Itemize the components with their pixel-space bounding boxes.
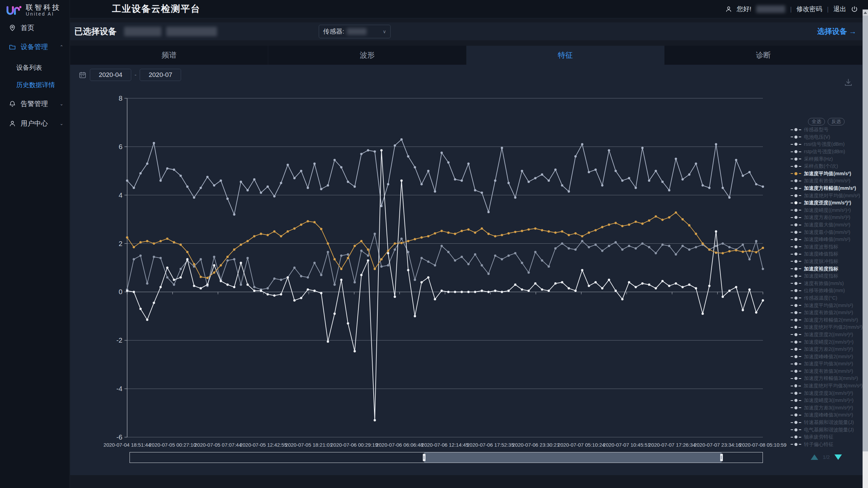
legend-marker-line [799, 217, 801, 218]
selected-device-label: 已选择设备 [74, 26, 117, 37]
svg-text:0: 0 [119, 288, 122, 296]
choose-device-link[interactable]: 选择设备 → [817, 26, 856, 37]
legend-item[interactable]: 采样点数(个/次) [791, 163, 863, 170]
legend-marker-line [799, 261, 801, 262]
user-icon [725, 6, 732, 13]
datazoom-right-handle[interactable] [720, 454, 723, 461]
legend-item[interactable]: 加速度脉冲指标 [791, 258, 863, 265]
sidebar-item-device-list[interactable]: 设备列表 [0, 61, 70, 75]
legend-item-label: 加速度方根幅值(mm/s²) [804, 185, 856, 191]
legend-item[interactable]: 加速度裕度指标 [791, 265, 863, 272]
legend-marker-line [791, 342, 793, 342]
legend-item[interactable]: 加速度歪度((mm/s²)³) [791, 199, 863, 207]
legend-item[interactable]: 加速度有效值3(mm/s²) [791, 368, 863, 375]
download-icon[interactable] [843, 77, 853, 89]
legend-item[interactable]: 加速度波形指标 [791, 243, 863, 251]
legend-item[interactable]: 加速度平均值2(mm/s²) [791, 302, 863, 309]
legend-item-label: 加速度峰峰值2(mm/s²) [804, 353, 853, 360]
legend-item[interactable]: 加速度峭度指标 [791, 272, 863, 280]
scrollbar-up-arrow[interactable] [863, 9, 868, 16]
legend-item[interactable]: 加速度方差2((mm/s²)²) [791, 346, 863, 353]
legend-marker-line [799, 444, 801, 445]
logo-icon [5, 3, 22, 17]
legend-marker-dot [794, 245, 797, 248]
legend-item[interactable]: 加速度方根幅值3(mm/s²) [791, 375, 863, 382]
legend-marker-dot [794, 435, 797, 439]
sidebar-item-user-center[interactable]: 用户中心 ⌄ [0, 117, 70, 130]
sidebar-item-history-data[interactable]: 历史数据详情 [0, 78, 70, 92]
svg-text:2020-07-06 00:29:19: 2020-07-06 00:29:19 [331, 442, 378, 448]
legend-item[interactable]: 加速度绝对平均值(mm/s²) [791, 192, 863, 199]
legend-marker-dot [794, 355, 797, 358]
legend-item[interactable]: 加速度歪度2((mm/s²)³) [791, 331, 863, 339]
legend-item-label: 加速度方根幅值2(mm/s²) [804, 317, 858, 323]
legend-item[interactable]: 加速度峭度((mm/s²)⁴) [791, 207, 863, 214]
legend-item[interactable]: 传感器型号 [791, 126, 863, 134]
sensor-select[interactable]: 传感器: ∨ [319, 25, 391, 38]
legend-item[interactable]: 加速度有效值(mm/s²) [791, 177, 863, 185]
legend-item[interactable]: 加速度峭度3((mm/s²)⁴) [791, 397, 863, 404]
legend-item[interactable]: 加速度平均值(mm/s²) [791, 170, 863, 178]
legend-item[interactable]: 传感器温度(°C) [791, 294, 863, 302]
legend-item[interactable]: 加速度峭度2((mm/s²)⁴) [791, 338, 863, 346]
datazoom-selection[interactable] [424, 452, 722, 463]
legend-marker-line [799, 407, 801, 408]
legend-item[interactable]: 速度有效值(mm/s) [791, 280, 863, 287]
legend-marker-line [799, 298, 801, 298]
sidebar-item-alarm-management[interactable]: 告警管理 ⌄ [0, 97, 70, 110]
legend-item[interactable]: 加速度峰峰值(mm/s²) [791, 236, 863, 243]
legend-item-label: 电气基频和谐波能量(J) [804, 427, 854, 433]
legend-item[interactable]: 加速度有效值2(mm/s²) [791, 309, 863, 317]
legend-item[interactable]: 转子偏心特征 [791, 441, 863, 447]
page-scrollbar[interactable] [863, 9, 868, 488]
legend-item-label: 加速度峰峰值3(mm/s²) [804, 412, 853, 418]
datazoom-slider[interactable] [130, 452, 763, 463]
tab-spectrum[interactable]: 频谱 [70, 46, 268, 65]
legend-marker-dot [794, 223, 797, 226]
legend-item[interactable]: 加速度最大值(mm/s²) [791, 221, 863, 229]
legend-item[interactable]: 加速度方差3((mm/s²)²) [791, 404, 863, 412]
power-icon[interactable] [851, 6, 858, 13]
legend-item[interactable]: 加速度方根幅值(mm/s²) [791, 185, 863, 192]
legend-item[interactable]: 转速基频和谐波能量(J) [791, 419, 863, 426]
tab-bar: 频谱 波形 特征 诊断 [70, 46, 863, 65]
legend-item[interactable]: rstp信号强度(dBm) [791, 148, 863, 156]
logout-link[interactable]: 退出 [833, 5, 846, 14]
legend-item-label: 加速度峭度指标 [804, 273, 839, 279]
page-title: 工业设备云检测平台 [112, 0, 200, 18]
datazoom-left-handle[interactable] [423, 454, 426, 461]
legend-page-down-icon[interactable] [834, 454, 842, 460]
legend-page-up-icon[interactable] [811, 454, 818, 460]
legend-item[interactable]: rssi信号强度(dBm) [791, 141, 863, 148]
legend-item[interactable]: 加速度绝对平均值2(mm/s²) [791, 324, 863, 331]
legend-item[interactable]: 加速度峰峰值2(mm/s²) [791, 353, 863, 360]
invert-selection-button[interactable]: 反选 [828, 118, 845, 125]
legend-item[interactable]: 采样频率(Hz) [791, 155, 863, 163]
legend-item[interactable]: 加速度方差((mm/s²)²) [791, 214, 863, 221]
scrollbar-thumb[interactable] [863, 16, 868, 451]
legend-item[interactable]: 电池电压(V) [791, 134, 863, 141]
legend-marker-line [791, 268, 793, 269]
legend-item[interactable]: 加速度歪度3((mm/s²)³) [791, 389, 863, 397]
legend-marker-line [799, 159, 801, 159]
tab-waveform[interactable]: 波形 [268, 46, 466, 65]
sidebar-item-home[interactable]: 首页 [0, 21, 70, 35]
legend-item[interactable]: 电气基频和谐波能量(J) [791, 426, 863, 433]
legend-marker-dot [794, 421, 797, 424]
legend-item[interactable]: 位移等效峰值(mm) [791, 287, 863, 294]
legend-item[interactable]: 加速度绝对平均值3(mm/s²) [791, 382, 863, 390]
legend-item[interactable]: 加速度方根幅值2(mm/s²) [791, 316, 863, 324]
legend-item[interactable]: 加速度平均值3(mm/s²) [791, 360, 863, 368]
legend-item-label: 加速度有效值3(mm/s²) [804, 368, 853, 374]
sidebar-item-label: 设备管理 [21, 42, 48, 52]
legend-item[interactable]: 加速度最小值(mm/s²) [791, 228, 863, 236]
legend-item[interactable]: 加速度峰峰值3(mm/s²) [791, 411, 863, 419]
sidebar-item-device-management[interactable]: 设备管理 ⌃ [0, 40, 70, 54]
select-all-button[interactable]: 全选 [808, 118, 825, 125]
change-password-link[interactable]: 修改密码 [796, 5, 822, 14]
legend-item[interactable]: 轴承疲劳特征 [791, 433, 863, 441]
legend-item[interactable]: 加速度峰值指标 [791, 250, 863, 258]
sidebar-item-label: 告警管理 [21, 99, 48, 108]
tab-diagnosis[interactable]: 诊断 [665, 46, 863, 65]
tab-feature[interactable]: 特征 [467, 46, 665, 65]
